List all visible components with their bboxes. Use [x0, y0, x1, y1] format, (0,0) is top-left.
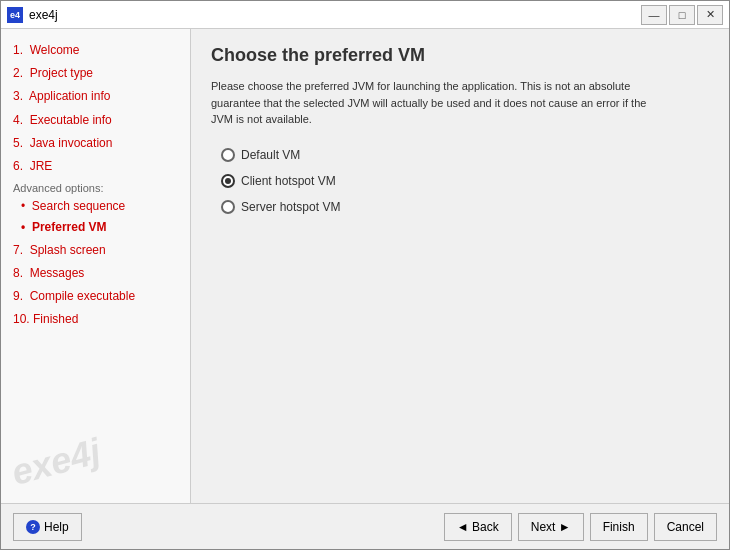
radio-input-client-hotspot-vm	[221, 174, 235, 188]
sidebar-item-project-type[interactable]: 2. Project type	[9, 62, 182, 85]
cancel-label: Cancel	[667, 520, 704, 534]
help-label: Help	[44, 520, 69, 534]
radio-client-hotspot-vm[interactable]: Client hotspot VM	[221, 174, 709, 188]
main-content: 1. Welcome 2. Project type 3. Applicatio…	[1, 29, 729, 503]
sidebar-item-finished[interactable]: 10. Finished	[9, 308, 182, 331]
radio-label-default-vm: Default VM	[241, 148, 300, 162]
sidebar-item-splash-screen[interactable]: 7. Splash screen	[9, 239, 182, 262]
cancel-button[interactable]: Cancel	[654, 513, 717, 541]
sidebar-item-preferred-vm[interactable]: • Preferred VM	[9, 217, 182, 238]
sidebar-item-application-info[interactable]: 3. Application info	[9, 85, 182, 108]
back-button[interactable]: ◄ Back	[444, 513, 512, 541]
restore-button[interactable]: □	[669, 5, 695, 25]
radio-default-vm[interactable]: Default VM	[221, 148, 709, 162]
help-icon: ?	[26, 520, 40, 534]
app-icon: e4	[7, 7, 23, 23]
title-bar-text: exe4j	[29, 8, 641, 22]
sidebar-item-java-invocation[interactable]: 5. Java invocation	[9, 132, 182, 155]
help-button[interactable]: ? Help	[13, 513, 82, 541]
minimize-button[interactable]: —	[641, 5, 667, 25]
app-icon-text: e4	[10, 10, 20, 20]
sidebar-item-search-sequence[interactable]: • Search sequence	[9, 196, 182, 217]
page-title: Choose the preferred VM	[211, 45, 709, 66]
sidebar-item-messages[interactable]: 8. Messages	[9, 262, 182, 285]
sidebar-item-executable-info[interactable]: 4. Executable info	[9, 109, 182, 132]
finish-label: Finish	[603, 520, 635, 534]
sidebar-watermark: exe4j	[7, 430, 105, 494]
title-bar-controls: — □ ✕	[641, 5, 723, 25]
radio-server-hotspot-vm[interactable]: Server hotspot VM	[221, 200, 709, 214]
vm-options-group: Default VM Client hotspot VM Server hots…	[221, 148, 709, 214]
description-text: Please choose the preferred JVM for laun…	[211, 78, 671, 128]
sidebar-item-jre[interactable]: 6. JRE	[9, 155, 182, 178]
radio-label-server-hotspot-vm: Server hotspot VM	[241, 200, 340, 214]
next-label: Next ►	[531, 520, 571, 534]
sidebar-item-compile-executable[interactable]: 9. Compile executable	[9, 285, 182, 308]
radio-input-server-hotspot-vm	[221, 200, 235, 214]
content-area: Choose the preferred VM Please choose th…	[191, 29, 729, 503]
sidebar: 1. Welcome 2. Project type 3. Applicatio…	[1, 29, 191, 503]
close-button[interactable]: ✕	[697, 5, 723, 25]
back-label: ◄ Back	[457, 520, 499, 534]
next-button[interactable]: Next ►	[518, 513, 584, 541]
radio-label-client-hotspot-vm: Client hotspot VM	[241, 174, 336, 188]
radio-dot-client-hotspot-vm	[225, 178, 231, 184]
finish-button[interactable]: Finish	[590, 513, 648, 541]
main-window: e4 exe4j — □ ✕ 1. Welcome 2. Project typ…	[0, 0, 730, 550]
radio-input-default-vm	[221, 148, 235, 162]
bottom-bar: ? Help ◄ Back Next ► Finish Cancel	[1, 503, 729, 549]
title-bar: e4 exe4j — □ ✕	[1, 1, 729, 29]
sidebar-item-welcome[interactable]: 1. Welcome	[9, 39, 182, 62]
advanced-options-label: Advanced options:	[9, 182, 182, 194]
